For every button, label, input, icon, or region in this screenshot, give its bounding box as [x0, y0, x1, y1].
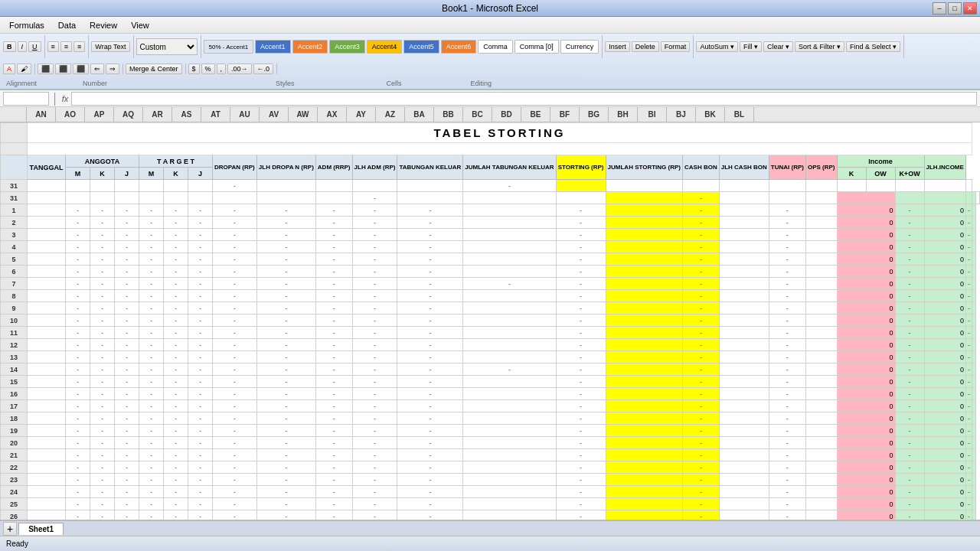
data-cell[interactable]	[188, 192, 213, 204]
data-cell[interactable]	[837, 486, 866, 498]
insert-button[interactable]: Insert	[605, 41, 630, 52]
data-cell[interactable]: -	[213, 266, 257, 278]
col-AX[interactable]: AX	[318, 107, 347, 122]
data-cell[interactable]: -	[213, 278, 257, 290]
cell-31-19[interactable]	[805, 180, 837, 192]
data-cell[interactable]: 0	[866, 302, 895, 315]
data-cell[interactable]	[972, 266, 975, 278]
data-cell[interactable]: -	[164, 241, 188, 253]
tanggal-cell[interactable]	[28, 400, 66, 412]
data-cell[interactable]: -	[90, 486, 115, 498]
data-cell[interactable]	[805, 351, 837, 364]
data-cell[interactable]	[463, 229, 556, 241]
data-cell[interactable]	[837, 388, 866, 400]
data-cell[interactable]: -	[352, 425, 397, 437]
data-cell[interactable]: -	[139, 437, 164, 449]
data-cell[interactable]: -	[315, 412, 352, 425]
data-cell[interactable]	[972, 241, 975, 253]
cell-31-15[interactable]	[606, 180, 682, 192]
data-cell[interactable]: -	[965, 241, 972, 253]
data-cell[interactable]: -	[188, 217, 213, 229]
data-cell[interactable]	[719, 437, 769, 449]
cell-31-storting[interactable]	[556, 180, 606, 192]
data-cell[interactable]: 0	[924, 449, 965, 461]
tanggal-cell[interactable]	[28, 204, 66, 217]
tanggal-cell[interactable]	[28, 278, 66, 290]
col-BI[interactable]: BI	[638, 107, 667, 122]
data-cell[interactable]: -	[315, 327, 352, 339]
data-cell[interactable]: -	[115, 486, 139, 498]
data-cell[interactable]: -	[115, 217, 139, 229]
data-cell[interactable]: 0	[924, 474, 965, 486]
cell-31-8[interactable]: -	[213, 180, 257, 192]
data-cell[interactable]: -	[352, 266, 397, 278]
tanggal-cell[interactable]	[28, 229, 66, 241]
data-cell[interactable]: -	[895, 510, 924, 520]
data-cell[interactable]: -	[139, 425, 164, 437]
data-cell[interactable]	[805, 425, 837, 437]
data-cell[interactable]	[972, 461, 975, 474]
data-cell[interactable]: -	[895, 351, 924, 364]
data-cell[interactable]: -	[556, 217, 606, 229]
data-cell[interactable]: -	[115, 388, 139, 400]
data-cell[interactable]: -	[164, 339, 188, 351]
data-cell[interactable]: 0	[924, 229, 965, 241]
data-cell[interactable]: -	[352, 204, 397, 217]
data-cell[interactable]: 0	[924, 388, 965, 400]
data-cell[interactable]: 0	[866, 229, 895, 241]
data-cell[interactable]	[719, 278, 769, 290]
data-cell[interactable]: -	[315, 376, 352, 388]
data-cell[interactable]	[837, 400, 866, 412]
tanggal-cell[interactable]	[28, 266, 66, 278]
data-cell[interactable]: -	[683, 229, 720, 241]
align-tr[interactable]: ⬛	[73, 64, 89, 74]
align-right[interactable]: ≡	[74, 41, 85, 52]
cell-31-4[interactable]	[115, 180, 139, 192]
data-cell[interactable]	[837, 498, 866, 510]
data-cell[interactable]	[972, 217, 975, 229]
data-cell[interactable]: -	[352, 388, 397, 400]
data-cell[interactable]	[972, 364, 975, 376]
data-cell[interactable]: -	[556, 302, 606, 315]
data-cell[interactable]: -	[139, 302, 164, 315]
col-AW[interactable]: AW	[289, 107, 318, 122]
data-cell[interactable]: -	[965, 510, 972, 520]
data-cell[interactable]	[972, 339, 975, 351]
data-cell[interactable]	[606, 266, 682, 278]
data-cell[interactable]: -	[315, 278, 352, 290]
data-cell[interactable]: 0	[866, 266, 895, 278]
data-cell[interactable]: -	[895, 425, 924, 437]
data-cell[interactable]: 0	[924, 461, 965, 474]
data-cell[interactable]: -	[397, 204, 463, 217]
data-cell[interactable]: -	[683, 327, 720, 339]
data-cell[interactable]: -	[965, 486, 972, 498]
data-cell[interactable]: -	[352, 364, 397, 376]
data-cell[interactable]: -	[139, 241, 164, 253]
cell-31-9[interactable]	[256, 180, 315, 192]
data-cell[interactable]: 0	[924, 351, 965, 364]
data-cell[interactable]: -	[965, 449, 972, 461]
data-cell[interactable]: -	[164, 388, 188, 400]
cell-31-10[interactable]	[315, 180, 352, 192]
data-cell[interactable]: -	[965, 302, 972, 315]
data-cell[interactable]: -	[213, 364, 257, 376]
data-cell[interactable]: -	[683, 400, 720, 412]
data-cell[interactable]: -	[90, 278, 115, 290]
data-cell[interactable]: 0	[924, 327, 965, 339]
data-cell[interactable]: -	[895, 204, 924, 217]
data-cell[interactable]: -	[397, 290, 463, 302]
data-cell[interactable]	[805, 241, 837, 253]
data-cell[interactable]: -	[164, 412, 188, 425]
data-cell[interactable]: -	[164, 461, 188, 474]
data-cell[interactable]: -	[352, 253, 397, 266]
data-cell[interactable]: -	[315, 510, 352, 520]
data-cell[interactable]: -	[769, 437, 805, 449]
data-cell[interactable]: -	[769, 217, 805, 229]
italic-button[interactable]: I	[18, 41, 28, 52]
data-cell[interactable]	[769, 192, 805, 204]
data-cell[interactable]: -	[139, 474, 164, 486]
data-cell[interactable]: -	[188, 510, 213, 520]
data-cell[interactable]: -	[188, 204, 213, 217]
data-cell[interactable]	[837, 510, 866, 520]
data-cell[interactable]: -	[769, 510, 805, 520]
